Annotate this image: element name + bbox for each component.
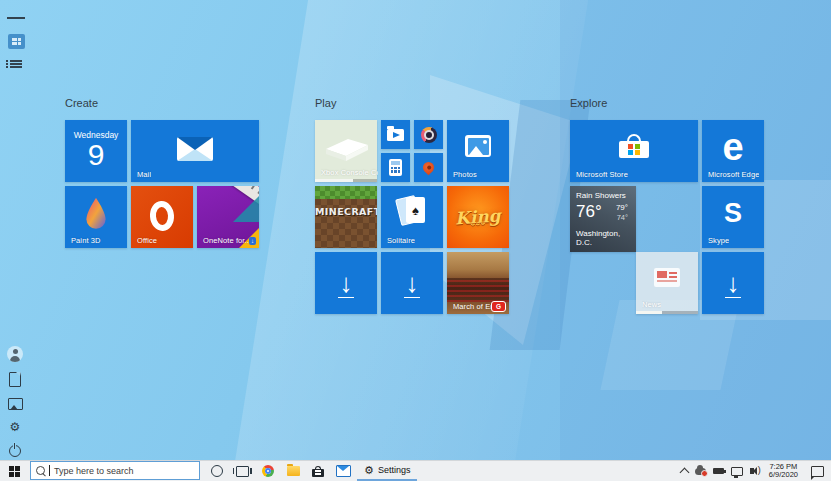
chrome-taskbar-button[interactable] [256,461,280,481]
all-apps-icon[interactable] [7,55,25,73]
download-baseline [725,297,741,299]
weather-high: 79° [616,203,628,212]
system-tray: 7:26 PM 6/9/2020 [681,461,831,481]
tile-label: Microsoft Edge [708,170,759,179]
card-front-icon: ♠ [406,197,425,223]
tile-photos[interactable]: Photos [447,120,509,182]
mail-taskbar-button[interactable] [331,461,355,481]
tile-download-pending[interactable]: ↓ [315,252,377,314]
gear-icon: ⚙ [364,465,374,476]
gameloft-logo: G [491,301,506,312]
king-logo: King [455,205,502,228]
pinned-tiles-icon[interactable] [7,32,25,50]
start-button[interactable] [0,461,28,481]
weather-low: 74° [617,213,628,222]
tile-label: Xbox Console Co... [321,168,378,177]
task-view-icon [236,466,249,477]
xbox-console-icon [324,136,370,166]
group-title-create[interactable]: Create [65,97,98,109]
tile-xbox-console-companion[interactable]: Xbox Console Co... [315,120,377,182]
file-explorer-taskbar-button[interactable] [281,461,305,481]
tile-label: Photos [453,170,477,179]
tile-onenote[interactable]: OneNote for... ↓ [197,186,259,248]
tile-microsoft-store[interactable]: Microsoft Store [570,120,698,182]
group-title-play[interactable]: Play [315,97,336,109]
pinned-tiles-selected-highlight [8,34,25,49]
tile-movies-tv[interactable] [381,120,410,149]
groove-music-icon [421,127,437,143]
mail-envelope-icon [177,137,213,161]
cortana-button[interactable] [206,461,228,481]
tile-calendar[interactable]: Wednesday 9 [65,120,127,182]
tile-office[interactable]: Office [131,186,193,248]
battery-icon[interactable] [713,468,724,474]
taskbar: Type here to search ⚙ Settings 7:26 PM 6… [0,460,831,481]
tile-groove-music[interactable] [414,120,443,149]
file-explorer-icon [287,466,300,476]
store-taskbar-button[interactable] [306,461,330,481]
download-arrow-icon: ↓ [727,270,740,296]
tile-download-pending[interactable]: ↓ [381,252,443,314]
user-account-button[interactable] [7,346,23,362]
pictures-icon [8,398,23,410]
tile-minecraft[interactable]: MINECRAFT [315,186,377,248]
group-title-explore[interactable]: Explore [570,97,607,109]
settings-button[interactable]: ⚙ [7,419,23,435]
tile-label: Solitaire [387,236,415,245]
install-progress [636,311,698,314]
skype-logo-icon: S [724,198,742,229]
onedrive-error-icon[interactable] [695,468,706,475]
tile-label: Microsoft Store [576,170,628,179]
volume-icon[interactable] [750,468,754,474]
pictures-button[interactable] [7,396,23,412]
battle-scene-graphic [447,278,509,302]
task-view-button[interactable] [230,461,254,481]
calendar-day-number: 9 [65,138,127,172]
tile-mail[interactable]: Mail [131,120,259,182]
settings-window-button[interactable]: ⚙ Settings [357,462,417,481]
windows-logo-icon [9,466,20,477]
tile-download-pending[interactable]: ↓ [702,252,764,314]
avatar [7,346,23,362]
tile-king-candy-crush[interactable]: King [447,186,509,248]
network-icon[interactable] [731,467,743,476]
calculator-icon [389,159,402,176]
store-icon [312,466,324,477]
tile-solitaire[interactable]: ♠ Solitaire [381,186,443,248]
power-button[interactable] [7,443,23,459]
download-arrow-icon: ↓ [406,270,419,296]
clock-date: 6/9/2020 [769,471,798,480]
tile-weather[interactable]: Rain Showers 76° 79° 74° Washington, D.C… [570,186,636,252]
weather-temperature: 76° [576,202,602,222]
tile-news[interactable]: News [636,252,698,314]
tile-paint3d[interactable]: Paint 3D [65,186,127,248]
tile-skype[interactable]: S Skype [702,186,764,248]
action-center-icon[interactable] [811,466,824,477]
news-icon [654,268,680,287]
start-screen-fullscreen: Create Wednesday 9 Mail Paint 3D Office … [0,0,831,481]
spade-glyph: ♠ [412,203,419,218]
tile-label: March of Empi... [453,302,496,311]
tile-label: News [642,300,661,309]
install-progress [315,179,377,182]
tile-march-of-empires[interactable]: March of Empi... G [447,252,509,314]
tile-label: Mail [137,170,151,179]
documents-button[interactable] [7,371,23,387]
tile-calculator[interactable] [381,153,410,182]
download-baseline [338,297,354,299]
tray-expand-chevron-icon[interactable] [679,467,689,477]
tile-label: OneNote for... [203,236,249,245]
paint3d-droplet-icon [83,197,109,235]
onenote-update-badge: ↓ [249,237,256,245]
settings-window-label: Settings [378,465,411,475]
taskbar-clock[interactable]: 7:26 PM 6/9/2020 [769,463,798,480]
start-menu-hamburger-icon[interactable] [7,9,25,27]
tile-maps[interactable] [414,153,443,182]
gear-icon: ⚙ [10,421,21,433]
search-placeholder: Type here to search [54,466,134,476]
tile-microsoft-edge[interactable]: e Microsoft Edge [702,120,764,182]
download-arrow-icon: ↓ [340,270,353,296]
search-input[interactable]: Type here to search [30,461,200,480]
mail-icon [336,465,351,477]
store-bag-icon [619,134,649,158]
